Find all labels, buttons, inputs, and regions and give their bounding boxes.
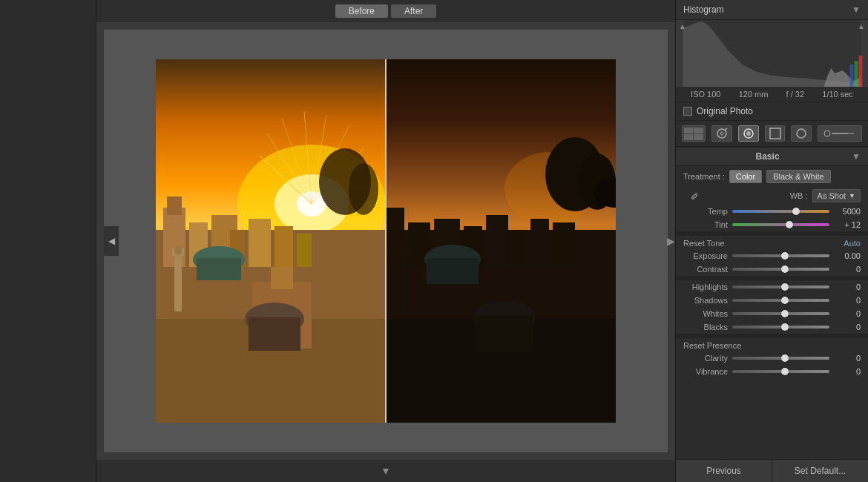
focal-value: 120 mm bbox=[739, 90, 769, 99]
before-after-image bbox=[156, 59, 616, 423]
svg-line-65 bbox=[725, 128, 727, 131]
vibrance-slider[interactable] bbox=[732, 370, 829, 373]
svg-rect-47 bbox=[530, 219, 549, 267]
shadows-slider[interactable] bbox=[732, 299, 829, 302]
svg-rect-60 bbox=[850, 65, 854, 87]
hist-right-arrow[interactable]: ▲ bbox=[858, 22, 865, 30]
vibrance-thumb[interactable] bbox=[781, 368, 789, 375]
bottom-buttons: Previous Set Default... bbox=[676, 459, 868, 482]
vibrance-slider-row: Vibrance 0 bbox=[676, 365, 868, 378]
whites-thumb[interactable] bbox=[781, 310, 789, 317]
highlights-slider[interactable] bbox=[732, 285, 829, 288]
wb-value: As Shot bbox=[818, 191, 846, 200]
histogram-dropdown-arrow[interactable]: ▼ bbox=[852, 4, 861, 15]
shadows-label: Shadows bbox=[683, 296, 728, 305]
top-bar: Before After bbox=[96, 0, 675, 22]
exposure-slider-row: Exposure 0.00 bbox=[676, 249, 868, 263]
radial-filter-tool[interactable] bbox=[738, 125, 759, 142]
highlights-slider-row: Highlights 0 bbox=[676, 280, 868, 294]
original-photo-label: Original Photo bbox=[697, 106, 753, 116]
set-default-button[interactable]: Set Default... bbox=[772, 460, 868, 482]
svg-rect-17 bbox=[167, 197, 182, 215]
blacks-thumb[interactable] bbox=[781, 323, 789, 331]
contrast-label: Contrast bbox=[683, 265, 728, 274]
wb-dropdown-arrow: ▼ bbox=[849, 192, 855, 199]
wb-dropdown[interactable]: As Shot ▼ bbox=[812, 189, 861, 202]
highlights-label: Highlights bbox=[683, 283, 728, 291]
main-container: Before After ◀ bbox=[0, 0, 868, 482]
reset-tone-label: Reset Tone bbox=[683, 239, 724, 248]
shadows-thumb[interactable] bbox=[781, 297, 789, 304]
whites-slider-row: Whites 0 bbox=[676, 307, 868, 320]
temp-slider-row: Temp 5000 bbox=[676, 205, 868, 218]
clarity-value: 0 bbox=[834, 354, 861, 363]
right-expand-arrow[interactable]: ▶ bbox=[667, 235, 675, 247]
auto-btn[interactable]: Auto bbox=[844, 239, 861, 248]
before-after-tabs: Before After bbox=[335, 4, 437, 18]
tint-slider-row: Tint + 12 bbox=[676, 218, 868, 231]
svg-point-69 bbox=[797, 129, 806, 138]
contrast-slider[interactable] bbox=[732, 268, 829, 271]
svg-rect-45 bbox=[486, 215, 508, 267]
collapse-arrow[interactable]: ▼ bbox=[381, 465, 391, 477]
bottom-bar: ▼ bbox=[96, 460, 675, 482]
svg-rect-21 bbox=[249, 219, 271, 267]
left-panel bbox=[0, 0, 96, 482]
wb-row: ✏ WB : As Shot ▼ bbox=[676, 187, 868, 205]
svg-rect-53 bbox=[476, 316, 533, 351]
basic-collapse-arrow[interactable]: ▼ bbox=[852, 151, 861, 162]
tone-curve-tool[interactable] bbox=[818, 125, 862, 142]
iso-value: ISO 100 bbox=[691, 90, 720, 99]
reset-tone-row: Reset Tone Auto bbox=[676, 236, 868, 249]
left-panel-toggle[interactable]: ◀ bbox=[104, 226, 119, 256]
previous-button[interactable]: Previous bbox=[676, 460, 772, 482]
tint-thumb[interactable] bbox=[786, 221, 793, 228]
svg-rect-54 bbox=[401, 251, 408, 314]
svg-rect-33 bbox=[249, 317, 300, 351]
svg-rect-40 bbox=[597, 191, 616, 206]
color-treatment-btn[interactable]: Color bbox=[729, 170, 762, 183]
exposure-thumb[interactable] bbox=[781, 252, 789, 260]
temp-slider[interactable] bbox=[732, 210, 829, 213]
original-photo-checkbox[interactable] bbox=[683, 107, 692, 116]
clarity-label: Clarity bbox=[683, 354, 728, 363]
hist-left-arrow[interactable]: ▲ bbox=[679, 22, 686, 30]
clarity-slider[interactable] bbox=[732, 357, 829, 360]
histogram-area: ▲ ▲ bbox=[676, 20, 868, 87]
graduated-filter-tool[interactable] bbox=[765, 125, 786, 142]
clarity-thumb[interactable] bbox=[781, 354, 789, 362]
contrast-thumb[interactable] bbox=[781, 265, 789, 273]
highlights-thumb[interactable] bbox=[781, 283, 789, 291]
bw-treatment-btn[interactable]: Black & White bbox=[766, 170, 830, 183]
tint-label: Tint bbox=[683, 220, 728, 229]
aperture-value: f / 32 bbox=[786, 90, 804, 99]
eyedropper-tool[interactable]: ✏ bbox=[688, 188, 703, 203]
before-tab[interactable]: Before bbox=[335, 4, 388, 18]
svg-rect-55 bbox=[398, 246, 410, 254]
crop-tool[interactable] bbox=[682, 125, 706, 142]
tint-slider[interactable] bbox=[732, 223, 829, 226]
shutter-value: 1/10 sec bbox=[822, 90, 853, 99]
exposure-label: Exposure bbox=[683, 251, 728, 260]
highlights-value: 0 bbox=[834, 283, 861, 291]
vibrance-value: 0 bbox=[834, 367, 861, 376]
temp-thumb[interactable] bbox=[792, 208, 800, 215]
blacks-value: 0 bbox=[834, 323, 861, 331]
blacks-slider[interactable] bbox=[732, 326, 829, 329]
after-tab[interactable]: After bbox=[391, 4, 436, 18]
spot-removal-tool[interactable] bbox=[711, 125, 732, 142]
contrast-slider-row: Contrast 0 bbox=[676, 263, 868, 276]
clarity-slider-row: Clarity 0 bbox=[676, 351, 868, 365]
svg-point-67 bbox=[746, 131, 751, 136]
svg-point-64 bbox=[720, 132, 723, 135]
camera-info: ISO 100 120 mm f / 32 1/10 sec bbox=[676, 87, 868, 102]
svg-rect-61 bbox=[855, 61, 858, 87]
blacks-label: Blacks bbox=[683, 323, 728, 331]
contrast-value: 0 bbox=[834, 265, 861, 274]
tool-row bbox=[676, 121, 868, 147]
exposure-slider[interactable] bbox=[732, 254, 829, 257]
adjustment-brush-tool[interactable] bbox=[791, 125, 812, 142]
whites-slider[interactable] bbox=[732, 312, 829, 315]
basic-section-title: Basic bbox=[683, 151, 852, 162]
basic-section-header[interactable]: Basic ▼ bbox=[676, 147, 868, 166]
